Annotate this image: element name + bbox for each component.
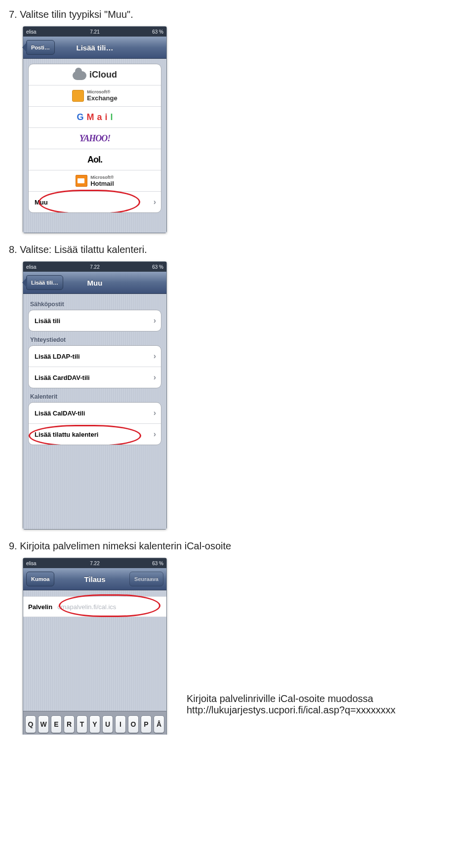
server-field-label: Palvelin bbox=[28, 603, 52, 611]
phone-screenshot-1: elisa 7.21 63 % Posti… Lisää tili… iClou… bbox=[23, 26, 167, 233]
battery-label: 63 % bbox=[152, 29, 163, 35]
status-time: 7.22 bbox=[90, 264, 99, 270]
carrier-label: elisa bbox=[26, 29, 37, 35]
content-blank bbox=[23, 617, 166, 711]
row-lisaa-tili[interactable]: Lisää tili › bbox=[29, 310, 161, 331]
note-line-2: http://lukujarjestys.ucpori.fi/ical.asp?… bbox=[187, 704, 463, 716]
provider-yahoo[interactable]: YAHOO! bbox=[29, 127, 161, 149]
next-button[interactable]: Seuraava bbox=[129, 572, 163, 586]
step-9-text: 9. Kirjoita palvelimen nimeksi kalenteri… bbox=[9, 540, 465, 552]
key-r[interactable]: R bbox=[64, 715, 75, 733]
provider-gmail[interactable]: GMail bbox=[29, 106, 161, 127]
navbar: Kumoa Tilaus Seuraava bbox=[23, 568, 166, 590]
exchange-icon bbox=[72, 90, 84, 102]
provider-list: iCloud Microsoft®Exchange GMail YAHOO! A… bbox=[28, 64, 161, 213]
navbar: Posti… Lisää tili… bbox=[23, 37, 166, 59]
cloud-icon bbox=[73, 71, 86, 80]
note-line-1: Kirjoita palvelinriville iCal-osoite muo… bbox=[187, 693, 463, 704]
key-e[interactable]: E bbox=[51, 715, 62, 733]
chevron-right-icon: › bbox=[154, 316, 156, 325]
step-8-text: 8. Valitse: Lisää tilattu kalenteri. bbox=[9, 244, 465, 255]
navbar: Lisää tili… Muu bbox=[23, 272, 166, 294]
key-t[interactable]: T bbox=[77, 715, 87, 733]
provider-aol[interactable]: Aol. bbox=[29, 149, 161, 170]
provider-icloud[interactable]: iCloud bbox=[29, 64, 161, 85]
battery-label: 63 % bbox=[152, 264, 163, 270]
phone-screenshot-2: elisa 7.22 63 % Lisää tili… Muu Sähköpos… bbox=[23, 261, 167, 530]
keyboard: QWERTYUIOPÅ ASDFGHJKLÖÄ ⇧ ZXCVBNM ⌫ @123… bbox=[23, 711, 166, 735]
key-o[interactable]: O bbox=[128, 715, 139, 733]
step-9: 9. Kirjoita palvelimen nimeksi kalenteri… bbox=[9, 540, 465, 735]
section-kalenterit: Kalenterit bbox=[30, 393, 159, 400]
side-note: Kirjoita palvelinriville iCal-osoite muo… bbox=[187, 693, 463, 716]
battery-label: 63 % bbox=[152, 561, 163, 566]
chevron-right-icon: › bbox=[154, 373, 156, 382]
cancel-button[interactable]: Kumoa bbox=[26, 572, 54, 586]
row-lisaa-caldav[interactable]: Lisää CalDAV-tili › bbox=[29, 403, 161, 423]
status-bar: elisa 7.21 63 % bbox=[23, 27, 166, 37]
step-7-text: 7. Valitse tilin tyypiksi "Muu". bbox=[9, 9, 465, 20]
keyboard-row-1: QWERTYUIOPÅ bbox=[25, 715, 164, 733]
chevron-right-icon: › bbox=[154, 198, 156, 207]
gmail-logo: GMail bbox=[77, 112, 113, 123]
key-y[interactable]: Y bbox=[89, 715, 100, 733]
navbar-title: Lisää tili… bbox=[76, 43, 113, 52]
status-time: 7.21 bbox=[90, 29, 99, 35]
key-q[interactable]: Q bbox=[25, 715, 36, 733]
yahoo-logo: YAHOO! bbox=[79, 133, 111, 144]
group-calendars: Lisää CalDAV-tili › Lisää tilattu kalent… bbox=[28, 402, 161, 445]
chevron-right-icon: › bbox=[154, 430, 156, 439]
bottom-pad bbox=[23, 450, 166, 529]
chevron-right-icon: › bbox=[154, 409, 156, 417]
navbar-title: Tilaus bbox=[84, 575, 105, 583]
row-lisaa-carddav[interactable]: Lisää CardDAV-tili › bbox=[29, 367, 161, 388]
provider-muu[interactable]: Muu › bbox=[29, 191, 161, 212]
carrier-label: elisa bbox=[26, 264, 37, 270]
key-å[interactable]: Å bbox=[154, 715, 164, 733]
hotmail-icon bbox=[76, 175, 87, 187]
carrier-label: elisa bbox=[26, 561, 37, 566]
provider-exchange[interactable]: Microsoft®Exchange bbox=[29, 85, 161, 106]
group-email: Lisää tili › bbox=[28, 310, 161, 331]
back-button[interactable]: Lisää tili… bbox=[26, 275, 63, 290]
status-time: 7.22 bbox=[90, 561, 99, 566]
provider-hotmail[interactable]: Microsoft®Hotmail bbox=[29, 170, 161, 191]
group-contacts: Lisää LDAP-tili › Lisää CardDAV-tili › bbox=[28, 345, 161, 388]
key-i[interactable]: I bbox=[115, 715, 126, 733]
step-8: 8. Valitse: Lisää tilattu kalenteri. eli… bbox=[9, 244, 465, 530]
phone-screenshot-3: elisa 7.22 63 % Kumoa Tilaus Seuraava Pa… bbox=[23, 558, 167, 735]
section-sahkopostit: Sähköpostit bbox=[30, 301, 159, 308]
key-w[interactable]: W bbox=[38, 715, 49, 733]
navbar-title: Muu bbox=[87, 279, 103, 287]
section-yhteystiedot: Yhteystiedot bbox=[30, 336, 159, 343]
server-field-placeholder: omapalvelin.fi/cal.ics bbox=[57, 603, 116, 611]
aol-logo: Aol. bbox=[87, 155, 102, 165]
step-7: 7. Valitse tilin tyypiksi "Muu". elisa 7… bbox=[9, 9, 465, 233]
key-u[interactable]: U bbox=[102, 715, 113, 733]
row-lisaa-ldap[interactable]: Lisää LDAP-tili › bbox=[29, 346, 161, 367]
content-area: Sähköpostit Lisää tili › Yhteystiedot Li… bbox=[23, 294, 166, 450]
status-bar: elisa 7.22 63 % bbox=[23, 262, 166, 272]
bottom-pad bbox=[23, 218, 166, 233]
content-area: Palvelin omapalvelin.fi/cal.ics bbox=[23, 590, 166, 617]
row-lisaa-tilattu-kalenteri[interactable]: Lisää tilattu kalenteri › bbox=[29, 423, 161, 445]
server-field-row[interactable]: Palvelin omapalvelin.fi/cal.ics bbox=[23, 596, 166, 617]
key-p[interactable]: P bbox=[141, 715, 152, 733]
chevron-right-icon: › bbox=[154, 352, 156, 361]
back-button[interactable]: Posti… bbox=[26, 40, 55, 55]
content-area: iCloud Microsoft®Exchange GMail YAHOO! A… bbox=[23, 59, 166, 218]
status-bar: elisa 7.22 63 % bbox=[23, 558, 166, 568]
